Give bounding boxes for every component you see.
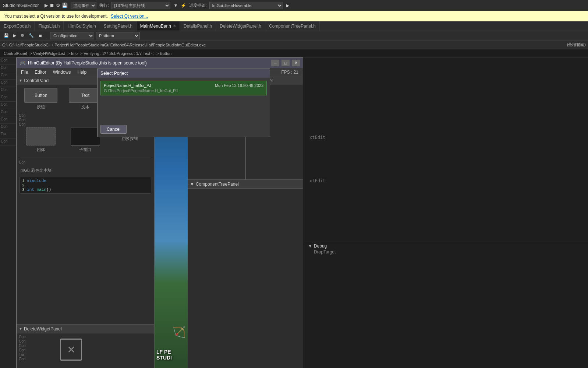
delete-panel-left-labels: Con Con Con Con Tra Con ✕ <box>17 333 154 366</box>
warning-bar: You must select a Qt version to use for … <box>0 11 588 21</box>
imgui-maximize-btn[interactable]: □ <box>281 60 290 66</box>
sidebar-item-5: Con <box>0 94 16 102</box>
code-include: #include <box>27 179 46 183</box>
sidebar-item-0: Con <box>0 57 16 65</box>
toolbar-icon-3[interactable]: ⚙ <box>56 3 60 8</box>
qt-version-link[interactable]: Select Qt version... <box>111 14 148 19</box>
right-drop-target: DropTarget <box>308 249 585 255</box>
comp-tree-title: ComponentTreePanel <box>196 182 239 187</box>
right-text-edit-2: xtEdit <box>308 178 585 184</box>
dialog-empty-space <box>100 97 267 119</box>
delete-con-1: Con <box>19 335 25 339</box>
code-line-3: 3 <box>22 187 27 192</box>
project-info: PorjectName.H_ImGui_PJ G:\TestPorject\Po… <box>104 83 178 93</box>
right-code-editor: xtEdit xtEdit ▼ Debug DropTarget <box>305 57 588 368</box>
imgui-titlebar: 🎮 HImGuiEditor (By HalfPeopleStudio ,thi… <box>17 58 303 68</box>
cancel-button[interactable]: Cancel <box>100 125 127 134</box>
tab-delete-widget-label: DeleteWidgetPanel.h <box>220 24 261 29</box>
toolbar-separator-1 <box>47 32 47 39</box>
filter-icon[interactable]: ▼ <box>173 3 178 8</box>
studio-figure: 🏹 <box>172 326 186 339</box>
dropdown-action: 执行: <box>99 3 109 8</box>
dialog-titlebar: Select Porject <box>98 69 270 78</box>
dropdown-progress[interactable]: ImGui::ItemHoverable <box>209 2 283 9</box>
comp-tree-content <box>188 189 303 368</box>
right-debug-label: Debug <box>314 243 327 249</box>
toolbar-dropdown-2[interactable]: Platform <box>96 32 140 39</box>
code-lines-empty <box>308 60 585 134</box>
toolbar-stop-btn[interactable]: ⏹ <box>37 33 44 39</box>
dropdown-event[interactable]: 过期事件 <box>71 2 96 9</box>
tab-delete-widget[interactable]: DeleteWidgetPanel.h <box>216 21 265 31</box>
sidebar-item-3: Con <box>0 80 16 87</box>
colortext-label: ImGui 彩色文本块 <box>20 168 52 172</box>
toolbar-settings-btn[interactable]: ⚙ <box>19 32 26 39</box>
app-top-bar: StudioImGuiEditor ▶ ⏹ ⚙ 💾 过期事件 执行: [1375… <box>0 0 588 11</box>
tab-component-tree[interactable]: ComponentTreePanel.h <box>265 21 320 31</box>
toolbar-save-btn[interactable]: 💾 <box>2 32 10 39</box>
comp-tree-collapse[interactable]: ▼ <box>190 182 194 187</box>
ctrl-separator <box>20 157 151 157</box>
tab-main-menu-bar-close[interactable]: ✕ <box>173 24 176 28</box>
delete-con-4: Con <box>19 348 25 352</box>
widget-text-cn-label: 文本 <box>81 104 89 110</box>
dropdown-thread[interactable]: [13756] 主执行线 <box>111 2 170 9</box>
sidebar-item-7: Con <box>0 109 16 116</box>
tab-main-menu-bar[interactable]: MainMenuBar.h ✕ <box>137 21 180 31</box>
dropdown-arrow[interactable]: ▶ <box>286 3 289 8</box>
ctrl-cell-button: Button 按钮 <box>20 88 63 110</box>
widget-button-label: Button <box>35 93 47 98</box>
code-main: main <box>37 187 46 192</box>
select-project-dialog: Select Porject PorjectName.H_ImGui_PJ G:… <box>97 69 270 137</box>
menu-file[interactable]: File <box>18 69 31 76</box>
toolbar-icon-4[interactable]: 💾 <box>62 3 68 8</box>
project-date: Mon Feb 13 16:50:48 2023 <box>215 83 263 93</box>
sidebar-item-2: Con <box>0 72 16 80</box>
menu-windows[interactable]: Windows <box>50 69 74 76</box>
widget-group-cn-label: 团体 <box>37 147 45 153</box>
widget-group[interactable] <box>26 127 56 146</box>
right-debug-section: ▼ Debug DropTarget <box>305 242 588 257</box>
tab-himgui-style[interactable]: HImGuiStyle.h <box>64 21 100 31</box>
sidebar-item-8: Con <box>0 116 16 124</box>
tab-main-menu-bar-label: MainMenuBar.h <box>140 24 171 29</box>
colortext-section: ImGui 彩色文本块 <box>17 165 154 175</box>
code-line-1: 1 <box>22 179 27 183</box>
progress-status-bar: ControlPanel -> VerifyHWidgetList -> Inf… <box>0 49 588 57</box>
imgui-close-btn[interactable]: ✕ <box>292 60 300 66</box>
tab-setting-panel-label: SettingPanel.h <box>104 24 132 29</box>
tab-flags-list[interactable]: FlagsList.h <box>35 21 64 31</box>
imgui-title-text: HImGuiEditor (By HalfPeopleStudio ,this … <box>28 60 269 66</box>
widget-button[interactable]: Button <box>24 88 57 103</box>
project-row-1[interactable]: PorjectName.H_ImGui_PJ G:\TestPorject\Po… <box>100 81 267 95</box>
toolbar-dropdown-1[interactable]: Configuration <box>50 32 94 39</box>
widget-text-label: Text <box>81 93 89 98</box>
path-bar: G:\ G:\HalfPeopleStudioC++ Porject\HalfP… <box>0 41 588 49</box>
tab-details-panel[interactable]: DetailsPanel.h <box>180 21 216 31</box>
delete-panel-collapse[interactable]: ▼ <box>19 327 22 331</box>
toolbar-run-btn[interactable]: ▶ <box>12 32 18 39</box>
toolbar-icon-2[interactable]: ⏹ <box>50 3 54 8</box>
toolbar-icon-1[interactable]: ▶ <box>45 3 48 8</box>
tab-export-code[interactable]: ExportCode.h <box>0 21 35 31</box>
con-label-mid: Con <box>19 160 25 164</box>
widget-child-cn-label: 子窗口 <box>79 147 91 153</box>
fps-display: FPS : 21 <box>281 70 301 75</box>
tab-details-panel-label: DetailsPanel.h <box>184 24 212 29</box>
studio-text: LF PE STUDI <box>156 349 172 361</box>
toolbar-debug-btn[interactable]: 🔧 <box>27 32 35 39</box>
widget-child[interactable] <box>71 127 100 146</box>
menu-editor[interactable]: Editor <box>32 69 49 76</box>
code-line-2: 2 <box>22 183 25 187</box>
path-scope: (全域範圍) <box>567 42 586 48</box>
app-title: StudioImGuiEditor <box>3 3 39 8</box>
imgui-minimize-btn[interactable]: ─ <box>271 60 279 66</box>
ctrl-panel-collapse[interactable]: ▼ <box>19 78 22 83</box>
code-int: int <box>27 187 36 192</box>
tab-component-tree-label: ComponentTreePanel.h <box>269 24 316 29</box>
progress-label: 进度框架: <box>189 3 206 8</box>
tab-setting-panel[interactable]: SettingPanel.h <box>100 21 137 31</box>
sidebar-item-10: Tra <box>0 131 16 139</box>
path-prefix: G:\ <box>2 43 8 47</box>
menu-help[interactable]: Help <box>74 69 89 76</box>
